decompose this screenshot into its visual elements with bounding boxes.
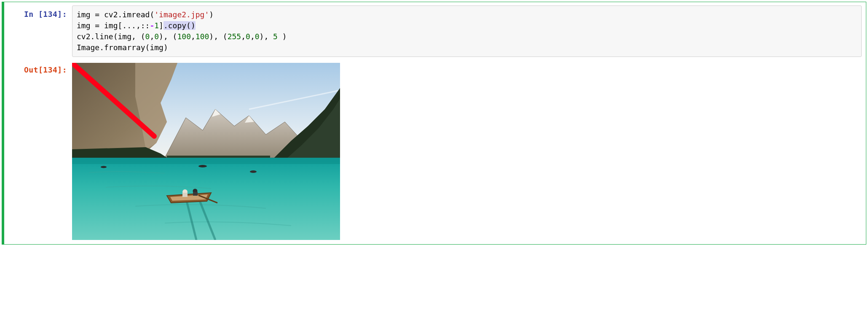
out-exec-count: 134 xyxy=(43,65,57,74)
output-content xyxy=(72,61,862,240)
code-l1-a: img = cv2.imread( xyxy=(77,10,154,19)
out-suffix: ]: xyxy=(57,65,67,74)
svg-point-4 xyxy=(101,166,107,168)
code-l3-c4: , xyxy=(250,32,255,41)
code-l3-n0d: 0 xyxy=(255,32,260,41)
code-l2-b: ] xyxy=(159,21,163,30)
output-prompt-label: Out[134]: xyxy=(24,65,67,75)
code-l3-d: ), xyxy=(260,32,273,41)
code-l1-str: 'image2.jpg' xyxy=(154,10,209,19)
code-l3-n100b: 100 xyxy=(196,32,209,41)
code-l3-n100a: 100 xyxy=(177,32,191,41)
out-prefix: Out[ xyxy=(24,65,43,74)
input-row: In [134]: img = cv2.imread('image2.jpg')… xyxy=(7,5,862,57)
output-row: Out[134]: xyxy=(7,61,862,240)
code-l3-n0c: 0 xyxy=(246,32,250,41)
code-l3-c3: , xyxy=(241,32,246,41)
code-l3-c1: , xyxy=(150,32,154,41)
code-l3-n5: 5 xyxy=(273,32,278,41)
svg-rect-7 xyxy=(182,193,188,197)
code-l3-e: ) xyxy=(278,32,287,41)
code-l2-selection[interactable]: .copy() xyxy=(163,21,196,30)
code-l3-c2: , xyxy=(191,32,196,41)
code-l2-a: img = img[...,:: xyxy=(77,21,150,30)
output-prompt: Out[134]: xyxy=(7,61,72,79)
notebook-cell: In [134]: img = cv2.imread('image2.jpg')… xyxy=(2,2,866,245)
code-l1-b: ) xyxy=(209,10,214,19)
code-l2-one: 1 xyxy=(154,21,159,30)
code-l2-neg: - xyxy=(150,21,154,30)
code-l4-a: Image.fromarray(img) xyxy=(77,43,168,52)
code-l3-c: ), ( xyxy=(209,32,227,41)
input-prompt: In [134]: xyxy=(7,5,72,23)
svg-point-3 xyxy=(198,165,207,167)
code-editor[interactable]: img = cv2.imread('image2.jpg') img = img… xyxy=(72,5,862,57)
code-l3-b: ), ( xyxy=(159,32,177,41)
code-l3-n0b: 0 xyxy=(154,32,159,41)
output-area xyxy=(72,61,862,240)
code-l3-a: cv2.line(img, ( xyxy=(77,32,145,41)
svg-point-5 xyxy=(250,170,257,173)
input-content: img = cv2.imread('image2.jpg') img = img… xyxy=(72,5,862,57)
in-suffix: ]: xyxy=(57,10,67,19)
code-l3-n0a: 0 xyxy=(145,32,150,41)
in-prefix: In [ xyxy=(24,10,43,19)
output-image xyxy=(72,63,340,240)
code-l3-n255: 255 xyxy=(228,32,241,41)
input-prompt-label: In [134]: xyxy=(24,9,67,20)
in-exec-count: 134 xyxy=(43,10,57,19)
svg-rect-9 xyxy=(193,192,198,196)
